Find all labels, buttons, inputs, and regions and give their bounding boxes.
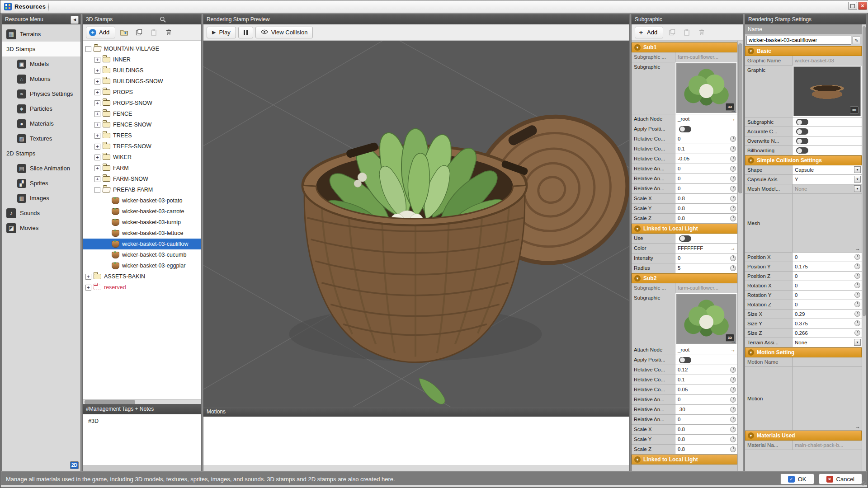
toggle-switch-off[interactable] (796, 128, 808, 135)
sidebar-item-slice-animation[interactable]: ▤Slice Animation (2, 161, 80, 176)
collapse-box-icon[interactable]: − (85, 46, 91, 52)
dropdown-arrow-icon[interactable] (854, 176, 861, 183)
expand-box-icon[interactable]: + (94, 79, 100, 84)
preview-viewport[interactable] (203, 41, 629, 407)
property-value-cell[interactable]: Capsule (793, 165, 862, 174)
tree-folder[interactable]: +PROPS (83, 87, 201, 98)
property-value-cell[interactable]: 0.8 (675, 435, 737, 444)
property-value-cell[interactable]: _root (675, 114, 737, 124)
value-dial-icon[interactable] (730, 156, 736, 162)
property-value-cell[interactable]: 0 (675, 415, 737, 424)
property-value-cell[interactable]: 0.8 (675, 214, 737, 223)
arrow-right-icon[interactable] (730, 245, 736, 251)
sidebar-item-sprites[interactable]: ▞Sprites (2, 176, 80, 191)
property-value-cell[interactable]: 0.1 (675, 144, 737, 154)
sidebar-item-particles[interactable]: ∗Particles (2, 101, 80, 116)
property-value-cell[interactable]: 0.12 (675, 365, 737, 375)
expand-box-icon[interactable]: + (94, 176, 100, 182)
property-value-cell[interactable]: 0.375 (793, 319, 862, 328)
ok-button[interactable]: ✓ OK (780, 474, 814, 484)
toggle-switch-off[interactable] (796, 147, 808, 154)
subgraphic-scrollbar[interactable] (737, 41, 743, 471)
tree-item[interactable]: wicker-basket-03-potato (83, 195, 201, 206)
expand-box-icon[interactable]: + (94, 133, 100, 139)
property-value-cell[interactable] (793, 146, 862, 155)
section-header[interactable]: Linked to Local Light (632, 224, 737, 234)
property-value-cell[interactable]: 0 (675, 253, 737, 263)
value-dial-icon[interactable] (730, 146, 736, 152)
motions-list-area[interactable] (203, 417, 629, 465)
property-value-cell[interactable]: 0 (675, 174, 737, 183)
property-value-cell[interactable]: 3D (675, 62, 737, 114)
pause-button[interactable] (238, 27, 253, 38)
edit-icon[interactable]: ✎ (853, 37, 860, 44)
tree-folder[interactable]: +FENCE (83, 108, 201, 119)
value-dial-icon[interactable] (730, 196, 736, 202)
property-value-cell[interactable]: -0.05 (675, 154, 737, 164)
delete-button[interactable] (695, 26, 708, 39)
paste-button[interactable] (147, 26, 160, 39)
property-value-cell[interactable]: 0.266 (793, 328, 862, 338)
property-value-cell[interactable]: 3D (675, 293, 737, 345)
tree-folder[interactable]: +FARM (83, 163, 201, 174)
collapse-panel-button[interactable]: ◀ (71, 16, 79, 24)
sidebar-item-models[interactable]: ▣Models (2, 56, 80, 71)
tree-item[interactable]: wicker-basket-03-carrote (83, 206, 201, 217)
value-dial-icon[interactable] (854, 330, 860, 336)
property-value-cell[interactable]: 0.1 (675, 375, 737, 385)
sidebar-item-materials[interactable]: ●Materials (2, 116, 80, 131)
value-dial-icon[interactable] (730, 446, 736, 452)
property-value-cell[interactable]: 0.05 (675, 385, 737, 394)
tree-folder[interactable]: −MOUNTAIN-VILLAGE (83, 43, 201, 54)
expand-box-icon[interactable]: + (94, 111, 100, 117)
sidebar-item-motions[interactable]: ∴Motions (2, 71, 80, 86)
toggle-switch-off[interactable] (796, 119, 808, 125)
property-value-cell[interactable]: 0.8 (675, 194, 737, 203)
value-dial-icon[interactable] (730, 206, 736, 211)
sidebar-item-physics-settings[interactable]: ≈Physics Settings (2, 86, 80, 101)
property-value-cell[interactable]: 0 (793, 281, 862, 290)
arrow-right-icon[interactable] (730, 347, 736, 353)
close-button[interactable]: × (858, 2, 867, 10)
basket-thumbnail[interactable]: 3D (793, 66, 861, 116)
property-value-cell[interactable]: 3D (793, 66, 862, 117)
tree-folder[interactable]: +INNER (83, 54, 201, 65)
value-dial-icon[interactable] (730, 216, 736, 221)
property-value-cell[interactable] (793, 117, 862, 127)
section-header[interactable]: Sub1 (632, 42, 737, 52)
expand-box-icon[interactable]: + (94, 122, 100, 128)
value-dial-icon[interactable] (854, 301, 860, 307)
property-value-cell[interactable]: 0 (675, 134, 737, 144)
property-value-cell[interactable]: 0 (675, 184, 737, 193)
cauliflower-thumbnail[interactable]: 3D (676, 294, 736, 344)
value-dial-icon[interactable] (854, 292, 860, 298)
arrow-right-icon[interactable] (731, 107, 736, 113)
value-dial-icon[interactable] (854, 282, 860, 288)
value-dial-icon[interactable] (730, 367, 736, 373)
property-value-cell[interactable] (793, 136, 862, 145)
cauliflower-thumbnail[interactable]: 3D (676, 63, 736, 113)
tags-notes-area[interactable]: #3D (83, 414, 201, 465)
value-dial-icon[interactable] (854, 320, 860, 326)
value-dial-icon[interactable] (730, 136, 736, 142)
sidebar-item-2d-stamps[interactable]: 2D2D Stamps (2, 146, 80, 161)
value-dial-icon[interactable] (730, 436, 736, 442)
expand-box-icon[interactable]: + (94, 165, 100, 171)
tree-item[interactable]: wicker-basket-03-lettuce (83, 228, 201, 239)
view-collision-button[interactable]: View Collision (255, 27, 313, 38)
property-value-cell[interactable]: _root (675, 345, 737, 355)
value-dial-icon[interactable] (730, 176, 736, 182)
arrow-right-icon[interactable] (730, 116, 736, 122)
arrow-right-icon[interactable] (731, 338, 736, 344)
value-dial-icon[interactable] (730, 397, 736, 403)
dropdown-arrow-icon[interactable] (854, 339, 861, 346)
arrow-right-icon[interactable] (855, 245, 860, 252)
arrow-right-icon[interactable] (855, 110, 860, 117)
property-value-cell[interactable]: Y (793, 175, 862, 184)
property-value-cell[interactable] (675, 355, 737, 365)
property-value-cell[interactable]: 0.29 (793, 310, 862, 319)
tree-item[interactable]: wicker-basket-03-eggplar (83, 260, 201, 271)
expand-box-icon[interactable]: + (94, 155, 100, 160)
tree-folder[interactable]: +FENCE-SNOW (83, 119, 201, 130)
value-dial-icon[interactable] (730, 166, 736, 172)
